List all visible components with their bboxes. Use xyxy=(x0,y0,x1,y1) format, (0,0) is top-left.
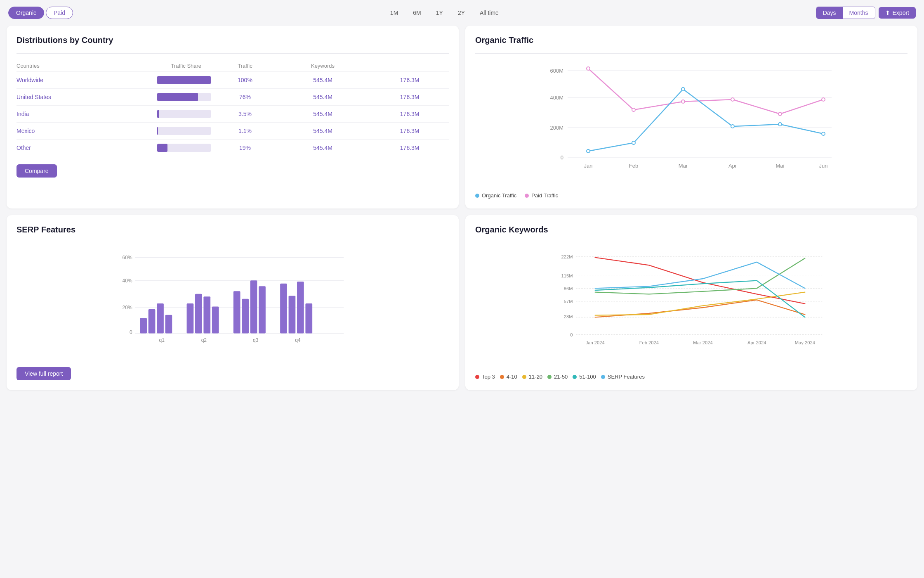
svg-rect-42 xyxy=(233,291,240,333)
bar-container xyxy=(157,110,211,118)
svg-text:40%: 40% xyxy=(123,278,132,284)
filter-1y[interactable]: 1Y xyxy=(433,8,446,18)
svg-text:200M: 200M xyxy=(550,125,563,131)
filter-all-time[interactable]: All time xyxy=(476,8,502,18)
svg-rect-40 xyxy=(203,296,210,333)
distributions-title: Distributions by Country xyxy=(16,36,449,45)
svg-text:115M: 115M xyxy=(561,273,573,278)
keywords-cell: 176.3M xyxy=(370,140,449,156)
country-name[interactable]: Mexico xyxy=(16,128,35,134)
svg-text:222M: 222M xyxy=(561,254,573,259)
svg-point-18 xyxy=(778,112,782,116)
svg-text:Apr: Apr xyxy=(728,163,737,169)
svg-text:60%: 60% xyxy=(123,255,132,261)
bar-cell xyxy=(157,89,215,106)
svg-text:Apr 2024: Apr 2024 xyxy=(747,340,766,345)
keywords-cell: 176.3M xyxy=(370,89,449,106)
legend-serp-features: SERP Features xyxy=(601,374,645,380)
period-months[interactable]: Months xyxy=(843,7,875,19)
bar-fill xyxy=(157,93,198,101)
svg-rect-41 xyxy=(212,306,219,333)
share-cell: 3.5% xyxy=(215,106,275,123)
organic-keywords-legend: Top 3 4-10 11-20 21-50 51-100 SERP Featu… xyxy=(475,374,908,380)
serp-chart: 60% 40% 20% 0 xyxy=(16,250,449,359)
svg-text:28M: 28M xyxy=(564,314,573,319)
bar-fill xyxy=(157,144,167,152)
svg-text:Mar: Mar xyxy=(679,163,688,169)
svg-text:57M: 57M xyxy=(564,299,573,304)
right-controls: Days Months ⬆ Export xyxy=(816,7,916,19)
bar-container xyxy=(157,76,211,84)
svg-rect-44 xyxy=(250,280,257,333)
export-button[interactable]: ⬆ Export xyxy=(879,7,916,19)
bar-fill xyxy=(157,110,159,118)
country-name[interactable]: India xyxy=(16,111,29,117)
svg-rect-48 xyxy=(297,282,304,333)
keywords-cell: 176.3M xyxy=(370,106,449,123)
svg-rect-37 xyxy=(165,315,172,334)
51-100-dot xyxy=(573,375,577,379)
svg-text:q2: q2 xyxy=(201,337,207,343)
period-days[interactable]: Days xyxy=(816,7,843,19)
organic-keywords-chart: 222M 115M 86M 57M 28M 0 Jan 2024 Feb 202… xyxy=(475,250,908,367)
country-name[interactable]: Other xyxy=(16,144,31,151)
keywords-cell: 176.3M xyxy=(370,123,449,140)
svg-text:86M: 86M xyxy=(564,286,573,291)
table-row: Mexico 1.1% 545.4M 176.3M xyxy=(16,123,449,140)
svg-point-19 xyxy=(822,98,825,101)
legend-paid: Paid Traffic xyxy=(525,192,558,199)
serp-features-dot xyxy=(601,375,605,379)
svg-text:Feb 2024: Feb 2024 xyxy=(639,340,659,345)
legend-top3: Top 3 xyxy=(475,374,495,380)
bar-container xyxy=(157,144,211,152)
bar-cell xyxy=(157,123,215,140)
legend-11-20: 11-20 xyxy=(522,374,542,380)
tab-paid[interactable]: Paid xyxy=(46,7,73,19)
svg-text:Mai: Mai xyxy=(776,163,785,169)
svg-rect-39 xyxy=(195,294,202,334)
share-cell: 76% xyxy=(215,89,275,106)
bar-cell xyxy=(157,72,215,89)
country-name[interactable]: Worldwide xyxy=(16,77,43,83)
bar-cell xyxy=(157,140,215,156)
filter-6m[interactable]: 6M xyxy=(410,8,424,18)
tab-organic[interactable]: Organic xyxy=(8,7,44,19)
21-50-dot xyxy=(547,375,552,379)
svg-rect-47 xyxy=(289,296,296,333)
svg-text:Jun: Jun xyxy=(819,163,828,169)
svg-rect-34 xyxy=(140,318,147,333)
svg-point-23 xyxy=(731,125,734,128)
svg-rect-35 xyxy=(148,309,156,334)
serp-title: SERP Features xyxy=(16,225,449,235)
dashboard-grid: Distributions by Country Countries Traff… xyxy=(7,26,917,390)
bar-container xyxy=(157,93,211,101)
svg-point-24 xyxy=(778,123,782,126)
organic-traffic-title: Organic Traffic xyxy=(475,36,908,45)
organic-traffic-card: Organic Traffic 600M 400M 200M 0 Jan Feb… xyxy=(465,26,917,208)
compare-button[interactable]: Compare xyxy=(16,164,57,178)
legend-4-10: 4-10 xyxy=(500,374,517,380)
distributions-card: Distributions by Country Countries Traff… xyxy=(7,26,459,208)
svg-point-14 xyxy=(587,67,590,70)
country-name[interactable]: United States xyxy=(16,94,51,100)
svg-point-16 xyxy=(681,100,685,103)
view-report-button[interactable]: View full report xyxy=(16,367,71,380)
svg-rect-46 xyxy=(280,284,287,334)
svg-text:0: 0 xyxy=(561,154,563,161)
svg-point-21 xyxy=(632,141,635,144)
share-cell: 19% xyxy=(215,140,275,156)
filter-1m[interactable]: 1M xyxy=(387,8,401,18)
col-keywords: Keywords xyxy=(275,60,371,72)
table-row: India 3.5% 545.4M 176.3M xyxy=(16,106,449,123)
organic-keywords-title: Organic Keywords xyxy=(475,225,908,235)
period-toggle: Days Months xyxy=(816,7,875,19)
svg-text:q4: q4 xyxy=(295,337,301,343)
col-traffic: Traffic xyxy=(215,60,275,72)
filter-2y[interactable]: 2Y xyxy=(455,8,468,18)
share-cell: 1.1% xyxy=(215,123,275,140)
svg-text:q3: q3 xyxy=(253,337,259,343)
organic-traffic-legend: Organic Traffic Paid Traffic xyxy=(475,192,908,199)
svg-point-22 xyxy=(681,88,685,91)
traffic-cell: 545.4M xyxy=(275,123,371,140)
serp-card: SERP Features 60% 40% 20% 0 xyxy=(7,215,459,390)
